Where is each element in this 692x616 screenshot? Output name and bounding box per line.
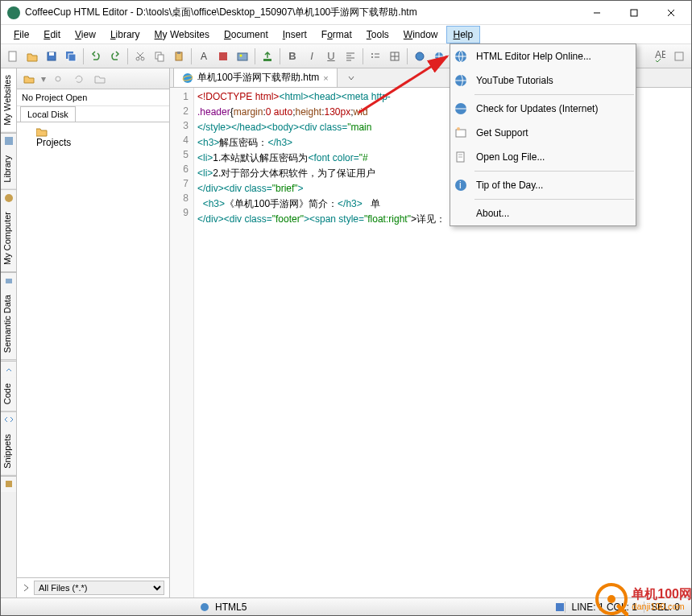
save-button[interactable]	[43, 48, 60, 65]
undo-button[interactable]	[87, 48, 105, 65]
sidetab-icon-1[interactable]	[1, 133, 16, 149]
svg-rect-14	[177, 52, 180, 54]
help-youtube-item[interactable]: YouTube Tutorials	[450, 68, 636, 93]
svg-rect-45	[556, 603, 564, 611]
menu-file[interactable]: File	[7, 27, 35, 43]
globe-icon	[452, 48, 470, 65]
svg-line-59	[619, 606, 627, 614]
sidetab-icon-4[interactable]	[1, 361, 16, 377]
copy-button[interactable]	[151, 48, 168, 65]
minimize-button[interactable]	[578, 1, 615, 25]
svg-rect-17	[238, 53, 247, 60]
validate-button[interactable]	[670, 48, 688, 65]
sp-tree-projects[interactable]: Projects	[20, 126, 166, 150]
side-panel: ▾ No Project Open Local Disk Projects Al…	[17, 68, 170, 597]
svg-rect-8	[68, 54, 76, 61]
underline-button[interactable]: U	[322, 48, 340, 65]
svg-text:A: A	[201, 51, 207, 62]
sp-tree[interactable]: Projects	[17, 122, 169, 577]
sp-settings-button[interactable]	[49, 70, 67, 88]
font-button[interactable]: A	[195, 48, 213, 65]
globe-icon	[452, 72, 470, 89]
sidetab-semantic[interactable]: Semantic Data	[1, 288, 16, 360]
annotation-arrow	[350, 48, 463, 121]
menu-window[interactable]: Window	[397, 27, 445, 43]
svg-text:i: i	[459, 180, 462, 191]
svg-point-18	[240, 54, 242, 56]
sidetab-icon-6[interactable]	[1, 476, 16, 492]
side-tab-strip: My Websites Library My Computer Semantic…	[1, 68, 17, 597]
svg-rect-19	[263, 59, 271, 61]
menu-help[interactable]: Help	[446, 26, 481, 43]
save-all-button[interactable]	[62, 48, 80, 65]
image-button[interactable]	[234, 48, 251, 65]
svg-rect-12	[158, 55, 164, 61]
help-tip-item[interactable]: iTip of the Day...	[450, 173, 636, 197]
svg-rect-39	[6, 279, 12, 283]
menu-tools[interactable]: Tools	[360, 27, 396, 43]
open-file-button[interactable]	[23, 48, 41, 65]
help-logfile-item[interactable]: Open Log File...	[450, 145, 636, 169]
menu-insert[interactable]: Insert	[276, 27, 313, 43]
sp-tab-localdisk[interactable]: Local Disk	[20, 106, 76, 122]
ie-icon	[182, 72, 193, 84]
sp-newfolder-button[interactable]	[20, 70, 38, 88]
status-disk-icon	[555, 602, 565, 612]
bold-button[interactable]: B	[284, 48, 301, 65]
close-button[interactable]	[653, 1, 690, 25]
menu-edit[interactable]: Edit	[37, 27, 67, 43]
sidetab-mycomputer[interactable]: My Computer	[1, 205, 16, 272]
svg-rect-4	[9, 52, 16, 61]
svg-line-56	[358, 56, 447, 113]
help-about-item[interactable]: About...	[450, 201, 636, 225]
paste-button[interactable]	[170, 48, 188, 65]
menu-view[interactable]: View	[68, 27, 102, 43]
chevron-right-icon	[22, 583, 31, 593]
menu-library[interactable]: Library	[104, 27, 147, 43]
sp-folder-button[interactable]	[91, 70, 109, 88]
color-button[interactable]	[214, 48, 232, 65]
svg-rect-49	[456, 130, 466, 137]
upload-button[interactable]	[259, 48, 276, 65]
sp-project-label: No Project Open	[17, 89, 169, 106]
italic-button[interactable]: I	[303, 48, 321, 65]
svg-point-58	[607, 595, 615, 603]
sidetab-mywebsites[interactable]: My Websites	[1, 68, 16, 133]
svg-point-38	[5, 194, 13, 202]
globe-icon	[452, 100, 470, 118]
svg-point-42	[183, 73, 193, 83]
svg-point-44	[201, 603, 209, 611]
new-file-button[interactable]	[4, 48, 22, 65]
sp-file-filter[interactable]: All Files (*.*)	[34, 581, 164, 595]
window-title: CoffeeCup HTML Editor - D:\tools\桌面\offi…	[25, 6, 578, 19]
sidetab-code[interactable]: Code	[1, 377, 16, 411]
status-bar: HTML5 LINE: 1 COL: 1 SEL: 0	[1, 597, 691, 615]
svg-point-50	[457, 127, 460, 130]
sidetab-icon-2[interactable]	[1, 189, 16, 205]
menubar: File Edit View Library My Websites Docum…	[1, 25, 691, 44]
svg-rect-1	[631, 10, 637, 16]
app-icon	[7, 6, 20, 19]
line-gutter: 123456789	[170, 88, 194, 597]
redo-button[interactable]	[106, 48, 124, 65]
help-dropdown-menu: HTML Editor Help Online... YouTube Tutor…	[450, 43, 636, 226]
maximize-button[interactable]	[615, 1, 653, 25]
sidetab-icon-3[interactable]	[1, 272, 16, 288]
menu-document[interactable]: Document	[218, 27, 275, 43]
menu-mywebsites[interactable]: My Websites	[148, 27, 216, 43]
help-support-item[interactable]: Get Support	[450, 121, 636, 145]
help-online-item[interactable]: HTML Editor Help Online...	[450, 44, 636, 68]
status-lang-icon	[199, 602, 210, 613]
cut-button[interactable]	[131, 48, 149, 65]
sidetab-snippets[interactable]: Snippets	[1, 428, 16, 476]
svg-rect-37	[5, 137, 13, 145]
info-icon: i	[452, 176, 470, 194]
tab-close-icon[interactable]: ×	[323, 73, 328, 83]
spellcheck-button[interactable]: ABC	[651, 48, 669, 65]
document-tab[interactable]: 单机100手游网下载帮助.htm ×	[173, 68, 338, 87]
sp-refresh-button[interactable]	[70, 70, 88, 88]
help-updates-item[interactable]: Check for Updates (Internet)	[450, 97, 636, 121]
menu-format[interactable]: Format	[315, 27, 358, 43]
sidetab-library[interactable]: Library	[1, 149, 16, 190]
sidetab-icon-5[interactable]	[1, 411, 16, 428]
